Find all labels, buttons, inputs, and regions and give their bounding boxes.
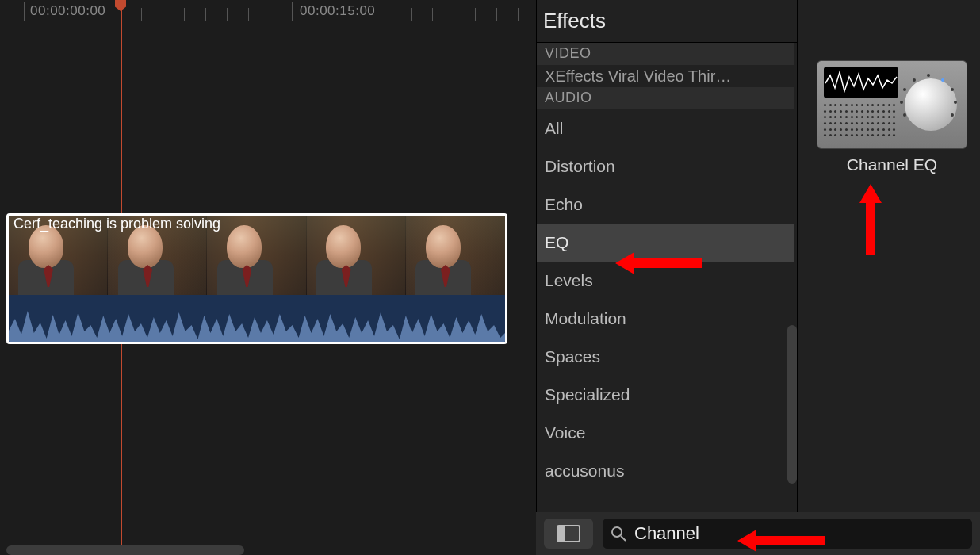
clip-title-label: Cerf_teaching is problem solving xyxy=(13,216,220,232)
eq-waveform-icon xyxy=(824,67,898,98)
effect-tile-channel-eq[interactable]: Channel EQ xyxy=(817,60,967,174)
effect-thumbnail xyxy=(817,60,967,149)
effects-category-accusonus[interactable]: accusonus xyxy=(537,452,794,490)
effects-category-modulation[interactable]: Modulation xyxy=(537,300,794,338)
effects-category-spaces[interactable]: Spaces xyxy=(537,338,794,376)
knob-icon xyxy=(905,78,957,131)
effects-panel-title: Effects xyxy=(537,0,797,43)
effects-bottom-bar xyxy=(536,512,980,555)
svg-point-2 xyxy=(612,527,622,537)
effects-search-field[interactable] xyxy=(603,519,972,549)
effects-search-input[interactable] xyxy=(634,523,964,544)
speaker-grille-icon xyxy=(824,104,898,140)
effects-category-item[interactable]: XEffects Viral Video Thir… xyxy=(537,65,794,87)
layout-toggle-button[interactable] xyxy=(544,519,593,549)
effects-results-panel: Channel EQ xyxy=(797,0,980,555)
app-root: 00:00:00:00 00:00:15:00 Cerf_teaching is… xyxy=(0,0,980,555)
svg-rect-1 xyxy=(557,526,565,542)
timeline-horizontal-scrollbar[interactable] xyxy=(6,545,244,555)
effects-category-scrollbar[interactable] xyxy=(787,325,797,484)
layout-toggle-icon xyxy=(557,525,580,542)
effects-category-voice[interactable]: Voice xyxy=(537,414,794,452)
timeline-ruler[interactable]: 00:00:00:00 00:00:15:00 xyxy=(0,0,536,24)
effects-category-echo[interactable]: Echo xyxy=(537,186,794,224)
effects-section-header-video: VIDEO xyxy=(537,43,794,65)
clip-audio-waveform xyxy=(9,295,505,343)
timeline-clip[interactable]: Cerf_teaching is problem solving xyxy=(6,213,507,344)
svg-line-3 xyxy=(621,536,626,541)
effects-category-levels[interactable]: Levels xyxy=(537,262,794,300)
timeline-pane[interactable]: 00:00:00:00 00:00:15:00 Cerf_teaching is… xyxy=(0,0,536,555)
effects-category-specialized[interactable]: Specialized xyxy=(537,376,794,414)
effects-category-panel: Effects VIDEO XEffects Viral Video Thir…… xyxy=(536,0,797,555)
ruler-timecode: 00:00:15:00 xyxy=(300,3,375,19)
search-icon xyxy=(611,526,626,542)
effects-category-eq[interactable]: EQ xyxy=(537,224,794,262)
effects-section-header-audio: AUDIO xyxy=(537,87,794,109)
effects-category-distortion[interactable]: Distortion xyxy=(537,147,794,186)
ruler-timecode: 00:00:00:00 xyxy=(30,3,105,19)
effects-category-all[interactable]: All xyxy=(537,109,794,147)
effect-tile-label: Channel EQ xyxy=(817,155,967,174)
